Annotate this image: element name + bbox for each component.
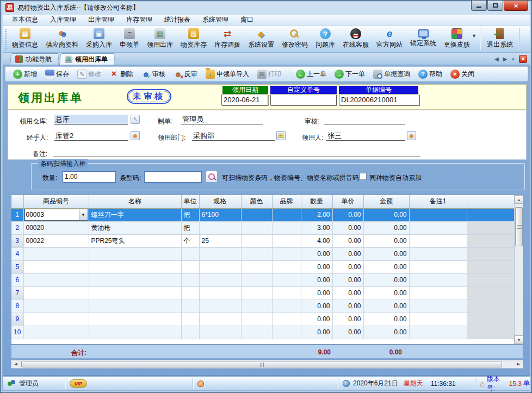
- cell-amount[interactable]: 0.00: [363, 260, 409, 273]
- previous-doc-button[interactable]: ←上一单: [293, 68, 330, 80]
- cell-spec[interactable]: [199, 221, 241, 234]
- scroll-right-icon[interactable]: ▶: [501, 56, 510, 62]
- code-editor[interactable]: 00003▼: [24, 209, 88, 221]
- cell-price[interactable]: 0.00: [332, 300, 363, 313]
- menu-window[interactable]: 窗口: [234, 14, 259, 26]
- cell-name[interactable]: [89, 300, 181, 313]
- menu-outbound[interactable]: 出库管理: [82, 14, 120, 26]
- cell-spec[interactable]: [199, 313, 241, 326]
- toolbar-exit-system[interactable]: 退出系统: [483, 27, 517, 52]
- col-remark1[interactable]: 备注1: [409, 195, 467, 208]
- cell-code[interactable]: 00003▼: [23, 208, 89, 221]
- unaudit-button[interactable]: ☻反审: [170, 68, 201, 80]
- horizontal-scrollbar[interactable]: ◀ ▶: [11, 360, 523, 369]
- qty-input[interactable]: 1.00: [63, 171, 116, 183]
- toolbar-official-website[interactable]: 官方网站: [373, 27, 406, 52]
- cell-price[interactable]: 0.00: [332, 260, 363, 273]
- cell-price[interactable]: 0.00: [332, 208, 363, 221]
- chevron-down-icon[interactable]: ▼: [472, 33, 477, 39]
- cell-spec[interactable]: [199, 300, 241, 313]
- col-code[interactable]: 商品编号: [23, 195, 89, 208]
- scroll-down-icon[interactable]: ▼: [515, 335, 523, 344]
- cell-qty[interactable]: 0.00: [301, 273, 332, 286]
- tab-requisition-outbound-doc[interactable]: 领用出库单: [59, 53, 115, 65]
- cell-code[interactable]: 00022: [23, 234, 89, 247]
- custom-no-field[interactable]: [270, 95, 337, 105]
- cell-qty[interactable]: 2.00: [301, 208, 332, 221]
- tab-list-icon[interactable]: »: [509, 56, 517, 62]
- cell-no[interactable]: 10: [11, 326, 23, 339]
- cell-brand[interactable]: [272, 326, 301, 339]
- chevron-down-icon[interactable]: ▼: [79, 209, 88, 220]
- cell-brand[interactable]: [272, 300, 301, 313]
- cell-brand[interactable]: [272, 260, 301, 273]
- cell-name[interactable]: [89, 247, 181, 260]
- cell-unit[interactable]: [181, 260, 199, 273]
- cell-no[interactable]: 2: [11, 221, 23, 234]
- cell-unit[interactable]: [181, 326, 199, 339]
- cell-no[interactable]: 4: [11, 247, 23, 260]
- cell-color[interactable]: [241, 234, 272, 247]
- col-color[interactable]: 颜色: [241, 195, 272, 208]
- print-button[interactable]: ▤打印: [254, 68, 284, 80]
- help-button[interactable]: ?帮助: [415, 68, 446, 80]
- cell-remark[interactable]: [409, 260, 467, 273]
- scroll-up-icon[interactable]: ▲: [515, 195, 523, 204]
- auditor-field[interactable]: [324, 115, 405, 124]
- toolbar-materials-stock[interactable]: 物资库存: [177, 27, 211, 52]
- col-rownum[interactable]: [11, 195, 23, 208]
- toolbar-supplier-info[interactable]: 供应商资料: [42, 27, 82, 52]
- cell-code[interactable]: [23, 313, 89, 326]
- cell-qty[interactable]: 3.00: [301, 221, 332, 234]
- cell-code[interactable]: [23, 300, 89, 313]
- cell-spec[interactable]: 6*100: [199, 208, 241, 221]
- cell-amount[interactable]: 0.00: [363, 286, 409, 300]
- cell-no[interactable]: 3: [11, 234, 23, 247]
- cell-no[interactable]: 5: [11, 260, 23, 273]
- handler-field[interactable]: 库管2: [54, 131, 128, 141]
- tab-close-button[interactable]: ×: [519, 55, 527, 63]
- cell-remark[interactable]: [409, 221, 467, 234]
- recipient-field[interactable]: 张三: [326, 131, 405, 141]
- cell-brand[interactable]: [272, 286, 301, 300]
- toolbar-online-service[interactable]: 在线客服: [339, 27, 373, 52]
- delete-button[interactable]: ×删除: [106, 68, 137, 80]
- cell-price[interactable]: 0.00: [332, 234, 363, 247]
- cell-remark[interactable]: [409, 273, 467, 286]
- cell-unit[interactable]: 把: [181, 208, 199, 221]
- cell-color[interactable]: [241, 273, 272, 286]
- cell-brand[interactable]: [272, 221, 301, 234]
- close-button[interactable]: ×: [504, 1, 528, 11]
- cell-amount[interactable]: 0.00: [363, 208, 409, 221]
- cell-color[interactable]: [241, 313, 272, 326]
- cell-color[interactable]: [241, 221, 272, 234]
- menu-reports[interactable]: 统计报表: [158, 14, 196, 26]
- cell-remark[interactable]: [409, 326, 467, 339]
- audit-button[interactable]: ☻审核: [138, 68, 169, 80]
- cell-no[interactable]: 9: [11, 313, 23, 326]
- next-doc-button[interactable]: →下一单: [331, 68, 368, 80]
- cell-name[interactable]: [89, 286, 181, 300]
- cell-no[interactable]: 6: [11, 273, 23, 286]
- cell-no[interactable]: 7: [11, 286, 23, 300]
- query-docs-button[interactable]: 单据查询: [370, 68, 413, 80]
- toolbar-change-password[interactable]: 修改密码: [278, 27, 312, 52]
- cell-amount[interactable]: 0.00: [363, 313, 409, 326]
- cell-remark[interactable]: [409, 208, 467, 221]
- barcode-input[interactable]: [144, 171, 202, 183]
- cell-unit[interactable]: 个: [181, 234, 199, 247]
- cell-spec[interactable]: [199, 273, 241, 286]
- maximize-button[interactable]: [487, 1, 503, 11]
- cell-color[interactable]: [241, 300, 272, 313]
- cell-price[interactable]: 0.00: [332, 313, 363, 326]
- toolbar-question-bank[interactable]: 问题库: [312, 27, 339, 52]
- cell-amount[interactable]: 0.00: [363, 300, 409, 313]
- edit-button[interactable]: ✎修改: [74, 68, 104, 80]
- menu-stock[interactable]: 库存管理: [120, 14, 158, 26]
- cell-name[interactable]: [89, 313, 181, 326]
- cell-amount[interactable]: 0.00: [363, 234, 409, 247]
- toolbar-system-settings[interactable]: 系统设置: [244, 27, 278, 52]
- import-requisition-button[interactable]: 申领单导入: [202, 68, 252, 80]
- cell-qty[interactable]: 0.00: [301, 247, 332, 260]
- close-doc-button[interactable]: ×关闭: [447, 68, 478, 80]
